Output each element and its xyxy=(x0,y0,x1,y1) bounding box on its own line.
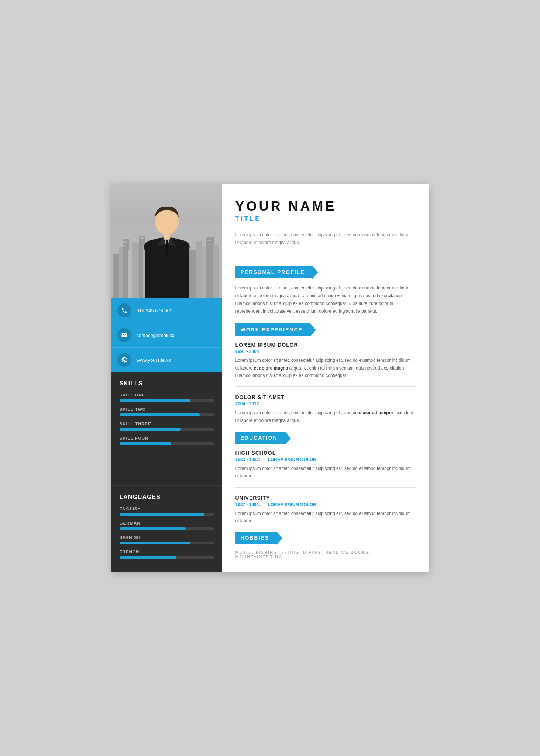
edu-period-2: 1987 - 1991: xyxy=(235,502,261,507)
edu-divider xyxy=(235,487,416,488)
skills-section: SKILLS SKILL ONE SKILL TWO SKILL THREE xyxy=(111,372,222,485)
work-period-2: 2004 - 2017 xyxy=(235,401,416,406)
work-experience-heading: WORK EXPERIENCE xyxy=(241,327,303,333)
work-desc-2: Lorem ipsum dolor sit amet, consectetur … xyxy=(235,409,416,424)
skill-item-3: SKILL THREE xyxy=(120,422,214,431)
skill-bar-fill-1 xyxy=(120,399,190,402)
lang-item-3: SPANISH xyxy=(120,535,214,544)
person-avatar-icon xyxy=(137,202,196,298)
right-column: YOUR NAME TITLE Lorem ipsum dolor sit am… xyxy=(222,184,429,572)
email-contact-item: contact@email.xx xyxy=(111,323,222,348)
work-title-1: LOREM IPSUM DOLOR xyxy=(235,342,416,348)
svg-rect-16 xyxy=(123,245,125,246)
lang-bar-fill-2 xyxy=(120,527,186,530)
work-experience-header-bg: WORK EXPERIENCE xyxy=(235,323,310,336)
edu-period-1: 1983 - 1987: xyxy=(235,457,261,462)
skill-item-4: SKILL FOUR xyxy=(120,436,214,445)
resume-container: 012 345 678 901 contact@email.xx www.you… xyxy=(111,184,429,572)
left-column: 012 345 678 901 contact@email.xx www.you… xyxy=(111,184,222,572)
skill-bar-bg-2 xyxy=(120,413,214,416)
email-text: contact@email.xx xyxy=(137,333,175,338)
edu-title-1: HIGH SCHOOL xyxy=(235,450,416,456)
languages-heading: LANGUAGES xyxy=(120,494,214,501)
phone-text: 012 345 678 901 xyxy=(137,308,173,313)
hobbies-text: MUSIC, FISHING, SKIING, DIVING, READING … xyxy=(235,550,416,559)
lang-name-3: SPANISH xyxy=(120,535,214,540)
lang-bar-fill-3 xyxy=(120,542,190,544)
skill-item-1: SKILL ONE xyxy=(120,393,214,402)
skill-bar-bg-4 xyxy=(120,442,214,445)
summary-text: Lorem ipsum dolor sit amet, consectetur … xyxy=(235,231,416,255)
lang-name-1: ENGLISH xyxy=(120,506,214,511)
edu-institution-1: LOREM IPSUM DOLOR xyxy=(268,457,316,462)
edu-institution-2: LOREM IPSUM DOLOR xyxy=(268,502,316,507)
lang-bar-bg-2 xyxy=(120,527,214,530)
hobbies-heading: HOBBIES xyxy=(241,535,269,541)
svg-rect-19 xyxy=(207,240,209,241)
website-text: www.yoursite.xx xyxy=(137,357,171,363)
work-period-1: 1991 - 2004 xyxy=(235,349,416,354)
personal-profile-heading: PERSONAL PROFILE xyxy=(241,269,305,275)
skill-name-4: SKILL FOUR xyxy=(120,436,214,440)
skill-bar-bg-1 xyxy=(120,399,214,402)
name-title-section: YOUR NAME TITLE xyxy=(235,199,416,222)
education-heading: EDUCATION xyxy=(241,435,278,441)
work-experience-header: WORK EXPERIENCE xyxy=(235,323,416,336)
svg-rect-13 xyxy=(213,245,219,298)
work-entry-1: LOREM IPSUM DOLOR 1991 - 2004 Lorem ipsu… xyxy=(235,342,416,379)
skill-name-3: SKILL THREE xyxy=(120,422,214,426)
email-icon xyxy=(117,328,131,342)
lang-name-4: FRENCH xyxy=(120,550,214,554)
full-name: YOUR NAME xyxy=(235,199,416,214)
lang-item-1: ENGLISH xyxy=(120,506,214,516)
personal-profile-text: Lorem ipsum dolor sit amet, consectetur … xyxy=(235,284,416,315)
contact-section: 012 345 678 901 contact@email.xx www.you… xyxy=(111,298,222,372)
lang-item-2: GERMAN xyxy=(120,521,214,530)
work-desc-1: Lorem ipsum dolor sit amet, consectetur … xyxy=(235,357,416,379)
job-title: TITLE xyxy=(235,216,416,222)
phone-contact-item: 012 345 678 901 xyxy=(111,298,222,323)
edu-entry-1: HIGH SCHOOL 1983 - 1987: LOREM IPSUM DOL… xyxy=(235,450,416,480)
lang-bar-fill-4 xyxy=(120,556,176,559)
skill-bar-fill-4 xyxy=(120,442,172,445)
svg-rect-14 xyxy=(123,241,125,243)
edu-desc-1: Lorem ipsum dolor sit amet, consectetur … xyxy=(235,465,416,480)
skill-name-1: SKILL ONE xyxy=(120,393,214,397)
skill-item-2: SKILL TWO xyxy=(120,407,214,416)
skill-bar-fill-3 xyxy=(120,428,181,431)
education-header-bg: EDUCATION xyxy=(235,432,285,444)
lang-bar-bg-3 xyxy=(120,542,214,544)
lang-bar-bg-1 xyxy=(120,513,214,516)
svg-rect-20 xyxy=(209,240,211,241)
skill-bar-bg-3 xyxy=(120,428,214,431)
edu-desc-2: Lorem ipsum dolor sit amet, consectetur … xyxy=(235,510,416,525)
lang-bar-fill-1 xyxy=(120,513,204,516)
globe-icon xyxy=(117,353,131,367)
work-divider xyxy=(235,386,416,387)
edu-entry-2: UNIVERSITY 1987 - 1991: LOREM IPSUM DOLO… xyxy=(235,495,416,525)
work-title-2: DOLOR SIT AMET xyxy=(235,394,416,400)
phone-icon xyxy=(117,303,131,317)
website-contact-item: www.yoursite.xx xyxy=(111,348,222,372)
photo-section xyxy=(111,184,222,298)
svg-rect-21 xyxy=(207,244,209,245)
work-entry-2: DOLOR SIT AMET 2004 - 2017 Lorem ipsum d… xyxy=(235,394,416,424)
edu-period-line-1: 1983 - 1987: LOREM IPSUM DOLOR xyxy=(235,457,416,462)
svg-rect-23 xyxy=(164,233,170,239)
skill-name-2: SKILL TWO xyxy=(120,407,214,412)
edu-title-2: UNIVERSITY xyxy=(235,495,416,501)
svg-rect-10 xyxy=(196,241,202,298)
hobbies-header: HOBBIES xyxy=(235,532,416,544)
personal-profile-header-bg: PERSONAL PROFILE xyxy=(235,266,312,278)
svg-rect-12 xyxy=(206,237,214,298)
edu-period-line-2: 1987 - 1991: LOREM IPSUM DOLOR xyxy=(235,502,416,507)
education-header: EDUCATION xyxy=(235,432,416,444)
skills-heading: SKILLS xyxy=(120,380,214,387)
svg-rect-11 xyxy=(202,247,207,298)
lang-item-4: FRENCH xyxy=(120,550,214,559)
personal-profile-header: PERSONAL PROFILE xyxy=(235,266,416,278)
skill-bar-fill-2 xyxy=(120,413,200,416)
languages-section: LANGUAGES ENGLISH GERMAN SPANISH xyxy=(111,485,222,572)
lang-bar-bg-4 xyxy=(120,556,214,559)
lang-name-2: GERMAN xyxy=(120,521,214,525)
